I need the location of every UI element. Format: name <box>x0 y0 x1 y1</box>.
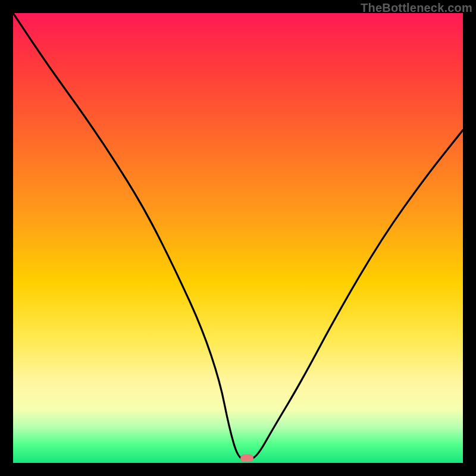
plot-area <box>13 13 463 463</box>
chart-frame: TheBottleneck.com <box>0 0 476 476</box>
bottleneck-curve <box>13 13 463 463</box>
optimal-point-marker <box>240 455 253 462</box>
